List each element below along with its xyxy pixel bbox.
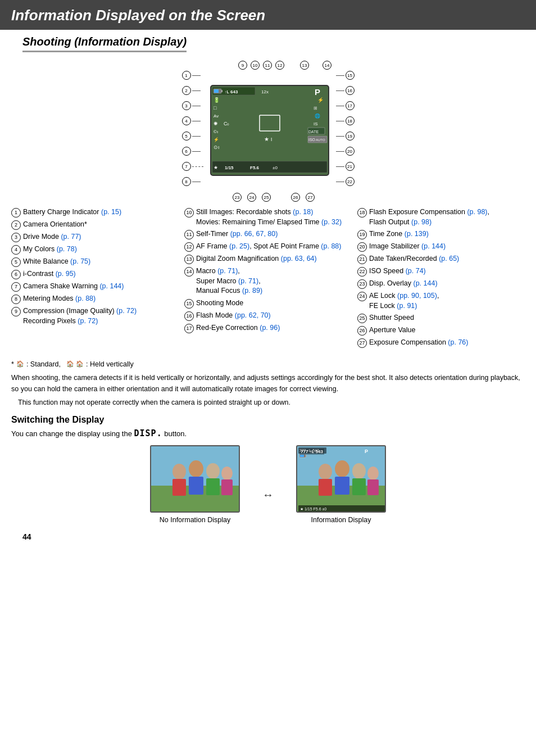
line-15 — [336, 75, 344, 76]
page-title: Information Displayed on the Screen — [11, 7, 525, 24]
callout-15: 15 — [346, 71, 355, 80]
callout-9: 9 — [238, 61, 247, 70]
no-info-display-example: No Information Display — [150, 445, 240, 524]
item-20: 20 Image Stabilizer (p. 144) — [357, 242, 525, 252]
svg-text:★: ★ — [214, 165, 218, 170]
item-5: 5 White Balance (p. 75) — [11, 257, 179, 267]
svg-text:12x: 12x — [261, 89, 269, 94]
callout-7: 7 — [182, 162, 191, 171]
callout-24: 24 — [247, 193, 256, 202]
svg-text:IS: IS — [314, 121, 318, 126]
bottom-callouts: 23 24 25 26 27 — [221, 193, 315, 202]
callout-4: 4 — [182, 116, 191, 125]
item-12: 12 AF Frame (p. 25), Spot AE Point Frame… — [184, 242, 352, 252]
svg-text:★ ı: ★ ı — [264, 136, 272, 142]
camera-svg: ↑L 643 12x P 🔋 □ Av ✺ — [208, 83, 331, 178]
item-26: 26 Aperture Value — [357, 325, 525, 336]
item-19: 19 Time Zone (p. 139) — [357, 229, 525, 239]
line-5 — [192, 136, 201, 137]
line-21 — [336, 166, 344, 167]
top-callouts: 9 10 11 12 13 14 — [205, 61, 331, 70]
line-19 — [336, 136, 344, 137]
callout-2-row: 2 — [182, 86, 203, 95]
svg-rect-57 — [306, 455, 307, 457]
info-label: Information Display — [311, 516, 371, 524]
svg-rect-3 — [221, 90, 222, 92]
callout-19: 19 — [346, 132, 355, 141]
items-col-2: 10 Still Images: Recordable shots (p. 18… — [184, 207, 352, 350]
item-2: 2 Camera Orientation* — [11, 220, 179, 230]
callout-7-row: 7 — [182, 162, 203, 171]
item-27: 27 Exposure Compensation (p. 76) — [357, 338, 525, 348]
line-4 — [192, 121, 201, 121]
svg-point-49 — [352, 463, 366, 479]
item-25: 25 Shutter Speed — [357, 313, 525, 323]
item-21: 21 Date Taken/Recorded (p. 65) — [357, 254, 525, 264]
svg-text:⊙ı: ⊙ı — [214, 144, 220, 150]
svg-text:777 ↑L 543: 777 ↑L 543 — [299, 449, 319, 452]
item-22: 22 ISO Speed (p. 74) — [357, 266, 525, 277]
svg-text:⊞: ⊞ — [314, 106, 317, 111]
items-grid: 1 Battery Charge Indicator (p. 15) 2 Cam… — [11, 207, 525, 350]
items-col-3: 18 Flash Exposure Compensation (p. 98),F… — [357, 207, 525, 350]
item-13: 13 Digital Zoom Magnification (pp. 63, 6… — [184, 254, 352, 264]
callout-3-row: 3 — [182, 101, 203, 110]
callout-3: 3 — [182, 101, 191, 110]
svg-text:★  1/15  F5.6 ±0: ★ 1/15 F5.6 ±0 — [300, 507, 326, 511]
callout-19-row: 19 — [336, 132, 355, 141]
callout-22: 22 — [346, 177, 355, 186]
callout-6: 6 — [182, 147, 191, 156]
callout-26: 26 — [291, 193, 300, 202]
svg-text:P: P — [315, 87, 320, 97]
svg-text:⚡: ⚡ — [214, 137, 219, 142]
item-24: 24 AE Lock (pp. 90, 105),FE Lock (p. 91) — [357, 291, 525, 311]
svg-point-37 — [189, 460, 203, 477]
callout-16-row: 16 — [336, 86, 355, 95]
svg-text:1/15: 1/15 — [225, 165, 234, 170]
callout-16: 16 — [346, 86, 355, 95]
line-18 — [336, 121, 344, 121]
svg-rect-48 — [335, 477, 349, 495]
svg-text:C₀: C₀ — [224, 121, 230, 126]
item-15: 15 Shooting Mode — [184, 298, 352, 309]
item-18: 18 Flash Exposure Compensation (p. 98),F… — [357, 207, 525, 227]
item-16: 16 Flash Mode (pp. 62, 70) — [184, 311, 352, 321]
callout-4-row: 4 — [182, 116, 203, 125]
callout-21: 21 — [346, 162, 355, 171]
switching-description: You can change the display using the DIS… — [11, 428, 525, 438]
switching-section: Switching the Display You can change the… — [11, 415, 525, 524]
svg-text:P: P — [365, 449, 368, 454]
svg-rect-42 — [221, 479, 233, 495]
note-section: * 🏠 : Standard, 🏠 🏠 : Held vertically Wh… — [11, 359, 525, 408]
note-title: * 🏠 : Standard, 🏠 🏠 : Held vertically — [11, 359, 525, 370]
line-8 — [192, 182, 201, 182]
callout-10: 10 — [251, 61, 260, 70]
item-17: 17 Red-Eye Correction (p. 96) — [184, 323, 352, 333]
item-3: 3 Drive Mode (p. 77) — [11, 232, 179, 242]
callout-14: 14 — [322, 61, 331, 70]
svg-rect-53 — [298, 447, 326, 454]
svg-point-45 — [319, 464, 332, 479]
info-display-example: 777 ↑L 543 P ★ 1/15 F5.6 ±0 Information … — [296, 445, 386, 524]
line-3 — [192, 106, 201, 106]
item-10: 10 Still Images: Recordable shots (p. 18… — [184, 207, 352, 227]
line-22 — [336, 182, 344, 182]
svg-text:DATE: DATE — [308, 130, 319, 134]
callout-12: 12 — [275, 61, 284, 70]
svg-text:643: 643 — [230, 89, 238, 94]
callout-23: 23 — [233, 193, 242, 202]
svg-text:□: □ — [214, 105, 217, 111]
svg-rect-40 — [206, 478, 220, 495]
line-2 — [192, 90, 201, 91]
switching-title: Switching the Display — [11, 415, 525, 425]
item-11: 11 Self-Timer (pp. 66, 67, 80) — [184, 229, 352, 239]
no-info-label: No Information Display — [160, 516, 230, 524]
callout-20-row: 20 — [336, 147, 355, 156]
svg-rect-4 — [214, 89, 219, 93]
callout-27: 27 — [306, 193, 315, 202]
callout-8-row: 8 — [182, 177, 203, 186]
svg-rect-38 — [189, 477, 203, 495]
svg-text:ISO: ISO — [308, 138, 316, 142]
callout-5: 5 — [182, 132, 191, 141]
line-1 — [192, 75, 201, 76]
